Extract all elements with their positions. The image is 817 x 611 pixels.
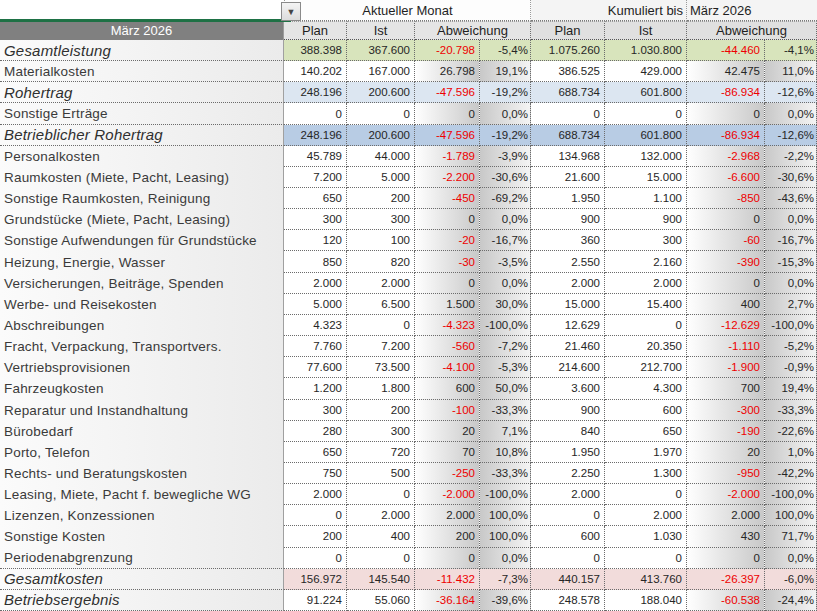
cell-ist-month[interactable]: 300 xyxy=(347,421,415,442)
cell-ist-month[interactable]: 167.000 xyxy=(347,61,415,82)
cell-abw-pct-month[interactable]: 0,0% xyxy=(480,548,531,569)
cell-plan-month[interactable]: 5.000 xyxy=(284,294,347,315)
cell-ist-cum[interactable]: 1.030.800 xyxy=(605,40,687,61)
row-label[interactable]: Betriebsergebnis xyxy=(0,590,284,611)
cell-abw-pct-month[interactable]: -7,2% xyxy=(480,336,531,357)
cell-ist-cum[interactable]: 1.970 xyxy=(605,442,687,463)
cell-plan-cum[interactable]: 12.629 xyxy=(531,315,605,336)
cell-abw-pct-month[interactable]: -7,3% xyxy=(480,569,531,590)
row-label[interactable]: Grundstücke (Miete, Pacht, Leasing) xyxy=(0,209,284,230)
row-label[interactable]: Rohertrag xyxy=(0,82,284,103)
cell-plan-month[interactable]: 156.972 xyxy=(284,569,347,590)
cell-ist-month[interactable]: 200 xyxy=(347,188,415,209)
cell-ist-cum[interactable]: 650 xyxy=(605,421,687,442)
cell-ist-month[interactable]: 44.000 xyxy=(347,146,415,167)
cell-abw-pct-month[interactable]: 10,8% xyxy=(480,442,531,463)
cell-abw-pct-cum[interactable]: -30,6% xyxy=(765,167,817,188)
cell-abw-cum[interactable]: 0 xyxy=(687,548,765,569)
cell-abw-cum[interactable]: -300 xyxy=(687,400,765,421)
cell-plan-cum[interactable]: 2.000 xyxy=(531,484,605,505)
cell-ist-month[interactable]: 6.500 xyxy=(347,294,415,315)
cell-abw-pct-month[interactable]: -33,3% xyxy=(480,463,531,484)
cell-abw-cum[interactable]: 430 xyxy=(687,526,765,547)
cell-abw-month[interactable]: -2.200 xyxy=(415,167,480,188)
cell-abw-pct-cum[interactable]: -12,6% xyxy=(765,82,817,103)
cell-ist-cum[interactable]: 0 xyxy=(605,103,687,124)
cell-ist-month[interactable]: 5.000 xyxy=(347,167,415,188)
cell-ist-month[interactable]: 55.060 xyxy=(347,590,415,611)
cell-ist-month[interactable]: 145.540 xyxy=(347,569,415,590)
cell-plan-month[interactable]: 248.196 xyxy=(284,125,347,146)
cell-abw-cum[interactable]: -60.538 xyxy=(687,590,765,611)
cell-abw-pct-month[interactable]: -19,2% xyxy=(480,82,531,103)
cell-abw-pct-cum[interactable]: -24,4% xyxy=(765,590,817,611)
cell-abw-cum[interactable]: -86.934 xyxy=(687,82,765,103)
cell-plan-month[interactable]: 0 xyxy=(284,103,347,124)
cell-abw-cum[interactable]: -950 xyxy=(687,463,765,484)
cell-ist-month[interactable]: 73.500 xyxy=(347,357,415,378)
cell-abw-pct-month[interactable]: 19,1% xyxy=(480,61,531,82)
cell-ist-cum[interactable]: 20.350 xyxy=(605,336,687,357)
cell-abw-month[interactable]: -36.164 xyxy=(415,590,480,611)
cell-plan-month[interactable]: 650 xyxy=(284,188,347,209)
cell-plan-month[interactable]: 0 xyxy=(284,505,347,526)
row-label[interactable]: Sonstige Erträge xyxy=(0,103,284,124)
cell-plan-cum[interactable]: 688.734 xyxy=(531,125,605,146)
cell-plan-cum[interactable]: 600 xyxy=(531,526,605,547)
cell-abw-month[interactable]: -2.000 xyxy=(415,484,480,505)
cell-abw-cum[interactable]: -60 xyxy=(687,230,765,251)
cell-ist-cum[interactable]: 0 xyxy=(605,484,687,505)
cell-ist-cum[interactable]: 132.000 xyxy=(605,146,687,167)
row-label[interactable]: Bürobedarf xyxy=(0,421,284,442)
row-label[interactable]: Porto, Telefon xyxy=(0,442,284,463)
cell-plan-cum[interactable]: 386.525 xyxy=(531,61,605,82)
cell-plan-month[interactable]: 7.760 xyxy=(284,336,347,357)
cell-abw-cum[interactable]: -2.968 xyxy=(687,146,765,167)
cell-plan-month[interactable]: 4.323 xyxy=(284,315,347,336)
cell-abw-month[interactable]: -47.596 xyxy=(415,125,480,146)
cell-plan-month[interactable]: 300 xyxy=(284,400,347,421)
cell-ist-cum[interactable]: 600 xyxy=(605,400,687,421)
cell-ist-month[interactable]: 500 xyxy=(347,463,415,484)
cell-abw-pct-month[interactable]: -30,6% xyxy=(480,167,531,188)
cell-abw-pct-cum[interactable]: 2,7% xyxy=(765,294,817,315)
cell-abw-month[interactable]: 0 xyxy=(415,548,480,569)
cell-abw-cum[interactable]: -390 xyxy=(687,251,765,272)
cell-plan-cum[interactable]: 2.250 xyxy=(531,463,605,484)
cell-ist-month[interactable]: 200.600 xyxy=(347,82,415,103)
cell-ist-cum[interactable]: 429.000 xyxy=(605,61,687,82)
cell-ist-month[interactable]: 0 xyxy=(347,484,415,505)
cell-ist-month[interactable]: 0 xyxy=(347,548,415,569)
cell-plan-cum[interactable]: 21.600 xyxy=(531,167,605,188)
cell-abw-month[interactable]: 20 xyxy=(415,421,480,442)
cell-plan-cum[interactable]: 15.000 xyxy=(531,294,605,315)
cell-abw-month[interactable]: 2.000 xyxy=(415,505,480,526)
cell-ist-cum[interactable]: 413.760 xyxy=(605,569,687,590)
cell-abw-cum[interactable]: 0 xyxy=(687,273,765,294)
cell-plan-cum[interactable]: 0 xyxy=(531,505,605,526)
row-label[interactable]: Reparatur und Instandhaltung xyxy=(0,400,284,421)
cell-abw-cum[interactable]: 2.000 xyxy=(687,505,765,526)
cell-plan-cum[interactable]: 134.968 xyxy=(531,146,605,167)
cell-plan-month[interactable]: 140.202 xyxy=(284,61,347,82)
cell-abw-month[interactable]: -4.100 xyxy=(415,357,480,378)
cell-abw-pct-month[interactable]: -3,5% xyxy=(480,251,531,272)
row-label[interactable]: Heizung, Energie, Wasser xyxy=(0,251,284,272)
row-label[interactable]: Vertriebsprovisionen xyxy=(0,357,284,378)
cell-ist-month[interactable]: 400 xyxy=(347,526,415,547)
cell-ist-month[interactable]: 0 xyxy=(347,103,415,124)
row-label[interactable]: Lizenzen, Konzessionen xyxy=(0,505,284,526)
cell-abw-pct-cum[interactable]: 19,4% xyxy=(765,378,817,399)
cell-abw-pct-month[interactable]: -33,3% xyxy=(480,400,531,421)
cell-abw-month[interactable]: -250 xyxy=(415,463,480,484)
cell-abw-cum[interactable]: 700 xyxy=(687,378,765,399)
cell-ist-cum[interactable]: 212.700 xyxy=(605,357,687,378)
cell-ist-cum[interactable]: 0 xyxy=(605,548,687,569)
cell-abw-month[interactable]: 70 xyxy=(415,442,480,463)
cell-abw-pct-cum[interactable]: -4,1% xyxy=(765,40,817,61)
row-label[interactable]: Gesamtleistung xyxy=(0,40,284,61)
cell-abw-pct-cum[interactable]: -15,3% xyxy=(765,251,817,272)
cell-abw-pct-month[interactable]: -5,4% xyxy=(480,40,531,61)
cell-plan-month[interactable]: 248.196 xyxy=(284,82,347,103)
cell-plan-month[interactable]: 7.200 xyxy=(284,167,347,188)
